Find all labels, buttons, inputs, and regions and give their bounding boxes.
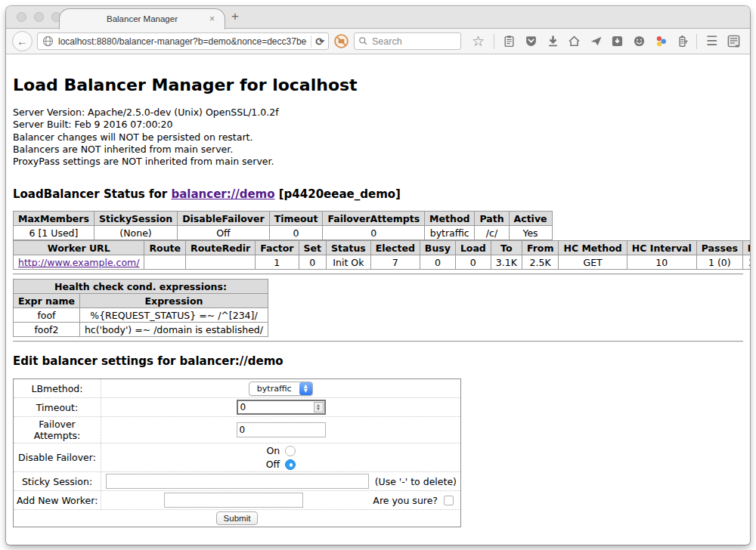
- cell: (None): [94, 226, 177, 240]
- form-row-failover-attempts: Failover Attempts: 0: [14, 417, 461, 443]
- disable-failover-label: Disable Failover:: [14, 443, 101, 472]
- table-header-row: Expr nameExpression: [14, 294, 268, 308]
- search-bar[interactable]: Search: [354, 32, 461, 50]
- cell: 3.1K: [491, 255, 522, 270]
- failover-attempts-input[interactable]: 0: [237, 422, 326, 437]
- home-icon[interactable]: [568, 35, 581, 48]
- number-spinner-icon[interactable]: ▲▼: [314, 402, 324, 412]
- bookmark-star-icon[interactable]: ☆: [472, 35, 485, 48]
- failover-attempts-cell: 0: [101, 417, 461, 443]
- server-info-line: ProxyPass settings are NOT inherited fro…: [13, 156, 743, 168]
- health-table-title: Health check cond. expressions:: [14, 280, 268, 294]
- table-row: foof2 hc('body') =~ /domain is establish…: [14, 323, 268, 337]
- toolbar-icons: ☆: [466, 34, 744, 49]
- sticky-session-cell: (Use '-' to delete): [101, 472, 461, 491]
- form-row-submit: Submit: [14, 510, 461, 527]
- balancer-settings-form: LBmethod: bytraffic ▲▼ Timeout: 0 ▲▼: [13, 379, 461, 527]
- search-placeholder: Search: [372, 36, 402, 47]
- failover-off-radio[interactable]: [285, 459, 296, 470]
- add-worker-input[interactable]: [164, 493, 303, 508]
- chevron-down-icon[interactable]: ▾: [684, 38, 688, 45]
- reading-list-icon[interactable]: [503, 35, 516, 48]
- lbmethod-selected-value: bytraffic: [249, 384, 299, 394]
- cell: 0: [269, 226, 323, 240]
- cell: 6 [1 Used]: [14, 226, 94, 240]
- pocket-icon[interactable]: [525, 35, 538, 48]
- form-row-sticky-session: Sticky Session: (Use '-' to delete): [14, 472, 461, 491]
- cell: 10: [627, 255, 696, 270]
- column-header: To: [491, 241, 522, 255]
- column-header: Method: [425, 212, 475, 226]
- cell: Off: [178, 226, 269, 240]
- radio-on-label: On: [266, 445, 280, 456]
- column-header: MaxMembers: [14, 212, 94, 226]
- timeout-input[interactable]: 0 ▲▼: [237, 400, 326, 415]
- cell: GET: [559, 255, 627, 270]
- tab-close-icon[interactable]: ×: [209, 14, 215, 24]
- nav-toolbar: ← localhost:8880/balancer-manager?b=demo…: [6, 29, 750, 54]
- sticky-session-note: (Use '-' to delete): [375, 476, 457, 487]
- send-plane-icon[interactable]: [590, 35, 603, 48]
- close-window-button[interactable]: [17, 12, 26, 22]
- health-check-table: Health check cond. expressions: Expr nam…: [13, 279, 268, 337]
- submit-button[interactable]: Submit: [216, 511, 259, 525]
- search-icon: [358, 36, 368, 46]
- add-worker-label: Add New Worker:: [14, 491, 101, 510]
- screenshot-grid-icon[interactable]: [727, 34, 741, 48]
- form-row-lbmethod: LBmethod: bytraffic ▲▼: [14, 379, 461, 398]
- new-tab-button[interactable]: +: [231, 9, 239, 24]
- minimize-window-button[interactable]: [34, 12, 44, 22]
- back-button[interactable]: ←: [12, 31, 33, 51]
- feedback-smiley-icon[interactable]: [633, 35, 646, 48]
- lbmethod-select[interactable]: bytraffic ▲▼: [249, 382, 314, 396]
- worker-url-link[interactable]: http://www.example.com/: [18, 257, 139, 268]
- column-header: Fails: [742, 241, 750, 255]
- content-blocker-icon[interactable]: [333, 33, 349, 49]
- window-controls[interactable]: [17, 12, 61, 22]
- failover-on-radio[interactable]: [285, 446, 296, 456]
- balancer-demo-link[interactable]: balancer://demo: [171, 187, 274, 201]
- worker-table: Worker URLRouteRouteRedirFactorSetStatus…: [13, 240, 750, 270]
- toolbar-divider: [696, 34, 697, 49]
- back-arrow-icon: ←: [17, 35, 28, 48]
- confirm-checkbox[interactable]: [444, 496, 454, 505]
- column-header: DisableFailover: [178, 212, 269, 226]
- battery-widget[interactable]: ▾: [676, 35, 688, 48]
- timeout-cell: 0 ▲▼: [101, 398, 461, 417]
- cell: 0: [299, 255, 326, 270]
- column-header: Expression: [79, 294, 268, 308]
- column-header: HC Interval: [627, 241, 696, 255]
- server-info-line: Balancer changes will NOT be persisted o…: [13, 131, 743, 144]
- menu-hamburger-icon[interactable]: ☰: [706, 35, 717, 48]
- column-header: Timeout: [269, 212, 323, 226]
- table-row: 6 [1 Used](None)Off00bytraffic/c/Yes: [14, 226, 553, 240]
- column-header: RouteRedir: [186, 241, 256, 255]
- expr-cell: hc('body') =~ /domain is established/: [79, 323, 268, 337]
- server-info-line: Server Built: Feb 9 2016 07:00:20: [13, 119, 743, 131]
- reload-icon[interactable]: ⟳: [315, 36, 324, 48]
- form-row-add-worker: Add New Worker: Are you sure?: [14, 491, 461, 510]
- server-info-line: Balancers are NOT inherited from main se…: [13, 144, 743, 156]
- downloads-icon[interactable]: [547, 35, 559, 48]
- column-header: Passes: [696, 241, 742, 255]
- table-row: http://www.example.com/ 10Init Ok7003.1K…: [14, 255, 751, 270]
- page-title: Load Balancer Manager for localhost: [13, 76, 743, 94]
- edit-settings-heading: Edit balancer settings for balancer://de…: [13, 354, 743, 368]
- tab-balancer-manager[interactable]: Balancer Manager ×: [59, 8, 225, 29]
- colors-extension-icon[interactable]: [655, 35, 668, 48]
- form-row-timeout: Timeout: 0 ▲▼: [14, 398, 461, 417]
- cell: 2 (0): [742, 255, 750, 270]
- table-row: foof %{REQUEST_STATUS} =~ /^[234]/: [14, 308, 268, 323]
- lbmethod-label: LBmethod:: [14, 379, 101, 398]
- sticky-session-input[interactable]: [106, 474, 369, 489]
- cell: /c/: [475, 226, 509, 240]
- extension-download-icon[interactable]: [611, 35, 624, 48]
- submit-cell: Submit: [14, 510, 461, 527]
- loadbalancer-status-heading: LoadBalancer Status for balancer://demo …: [13, 187, 743, 201]
- url-text[interactable]: localhost:8880/balancer-manager?b=demo&n…: [58, 36, 307, 47]
- tab-title: Balancer Manager: [107, 14, 178, 23]
- url-bar[interactable]: localhost:8880/balancer-manager?b=demo&n…: [37, 32, 329, 50]
- failover-attempts-value: 0: [240, 425, 246, 435]
- cell: [144, 255, 186, 270]
- globe-icon: [42, 35, 54, 48]
